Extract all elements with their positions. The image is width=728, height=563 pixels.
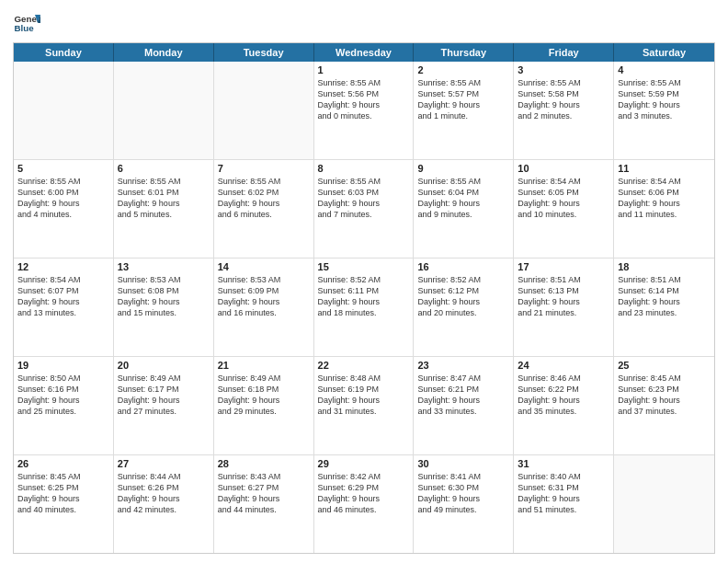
day-number: 2 — [417, 64, 509, 75]
calendar-cell: 15Sunrise: 8:52 AM Sunset: 6:11 PM Dayli… — [314, 259, 415, 356]
day-info: Sunrise: 8:51 AM Sunset: 6:13 PM Dayligh… — [518, 274, 609, 319]
day-number: 18 — [618, 261, 711, 272]
logo: General Blue — [13, 9, 44, 37]
calendar-row: 5Sunrise: 8:55 AM Sunset: 6:00 PM Daylig… — [14, 159, 714, 258]
day-info: Sunrise: 8:42 AM Sunset: 6:29 PM Dayligh… — [318, 471, 410, 516]
day-info: Sunrise: 8:54 AM Sunset: 6:07 PM Dayligh… — [17, 274, 109, 319]
day-info: Sunrise: 8:47 AM Sunset: 6:21 PM Dayligh… — [417, 373, 509, 418]
day-info: Sunrise: 8:45 AM Sunset: 6:25 PM Dayligh… — [17, 471, 109, 516]
day-number: 1 — [318, 64, 410, 75]
day-number: 14 — [218, 261, 310, 272]
calendar-cell: 21Sunrise: 8:49 AM Sunset: 6:18 PM Dayli… — [214, 357, 314, 454]
day-number: 30 — [417, 458, 509, 469]
calendar-cell — [114, 62, 214, 159]
day-number: 9 — [417, 163, 509, 174]
day-number: 5 — [17, 163, 109, 174]
logo-icon: General Blue — [13, 9, 40, 37]
calendar-cell: 30Sunrise: 8:41 AM Sunset: 6:30 PM Dayli… — [414, 455, 514, 553]
weekday-header: Wednesday — [314, 43, 415, 62]
calendar-cell: 17Sunrise: 8:51 AM Sunset: 6:13 PM Dayli… — [514, 259, 614, 356]
calendar-cell: 12Sunrise: 8:54 AM Sunset: 6:07 PM Dayli… — [14, 259, 114, 356]
day-info: Sunrise: 8:55 AM Sunset: 5:56 PM Dayligh… — [318, 77, 410, 122]
day-info: Sunrise: 8:55 AM Sunset: 6:02 PM Dayligh… — [218, 176, 310, 221]
page: General Blue SundayMondayTuesdayWednesda… — [0, 0, 728, 563]
calendar-cell: 19Sunrise: 8:50 AM Sunset: 6:16 PM Dayli… — [14, 357, 114, 454]
day-info: Sunrise: 8:55 AM Sunset: 6:03 PM Dayligh… — [318, 176, 410, 221]
calendar-cell: 27Sunrise: 8:44 AM Sunset: 6:26 PM Dayli… — [114, 455, 214, 553]
calendar-cell — [14, 62, 114, 159]
day-number: 8 — [318, 163, 410, 174]
weekday-header: Saturday — [614, 43, 714, 62]
calendar-cell: 25Sunrise: 8:45 AM Sunset: 6:23 PM Dayli… — [614, 357, 714, 454]
day-number: 19 — [17, 360, 109, 371]
calendar-cell: 13Sunrise: 8:53 AM Sunset: 6:08 PM Dayli… — [114, 259, 214, 356]
calendar-cell: 4Sunrise: 8:55 AM Sunset: 5:59 PM Daylig… — [614, 62, 714, 159]
calendar-cell: 20Sunrise: 8:49 AM Sunset: 6:17 PM Dayli… — [114, 357, 214, 454]
day-info: Sunrise: 8:45 AM Sunset: 6:23 PM Dayligh… — [618, 373, 711, 418]
day-number: 4 — [618, 64, 711, 75]
day-number: 3 — [518, 64, 609, 75]
calendar-cell: 22Sunrise: 8:48 AM Sunset: 6:19 PM Dayli… — [314, 357, 415, 454]
day-info: Sunrise: 8:52 AM Sunset: 6:12 PM Dayligh… — [417, 274, 509, 319]
day-number: 17 — [518, 261, 609, 272]
day-number: 21 — [218, 360, 310, 371]
day-info: Sunrise: 8:44 AM Sunset: 6:26 PM Dayligh… — [118, 471, 210, 516]
weekday-header: Tuesday — [214, 43, 314, 62]
day-info: Sunrise: 8:51 AM Sunset: 6:14 PM Dayligh… — [618, 274, 711, 319]
day-number: 27 — [118, 458, 210, 469]
day-number: 16 — [417, 261, 509, 272]
weekday-header: Friday — [514, 43, 614, 62]
day-info: Sunrise: 8:55 AM Sunset: 6:04 PM Dayligh… — [417, 176, 509, 221]
calendar-cell: 6Sunrise: 8:55 AM Sunset: 6:01 PM Daylig… — [114, 160, 214, 258]
day-info: Sunrise: 8:54 AM Sunset: 6:06 PM Dayligh… — [618, 176, 711, 221]
day-number: 28 — [218, 458, 310, 469]
day-info: Sunrise: 8:49 AM Sunset: 6:18 PM Dayligh… — [218, 373, 310, 418]
day-number: 29 — [318, 458, 410, 469]
calendar-cell: 16Sunrise: 8:52 AM Sunset: 6:12 PM Dayli… — [414, 259, 514, 356]
day-number: 22 — [318, 360, 410, 371]
day-info: Sunrise: 8:55 AM Sunset: 5:59 PM Dayligh… — [618, 77, 711, 122]
calendar-cell: 11Sunrise: 8:54 AM Sunset: 6:06 PM Dayli… — [614, 160, 714, 258]
day-number: 15 — [318, 261, 410, 272]
calendar-cell: 5Sunrise: 8:55 AM Sunset: 6:00 PM Daylig… — [14, 160, 114, 258]
day-info: Sunrise: 8:43 AM Sunset: 6:27 PM Dayligh… — [218, 471, 310, 516]
day-number: 13 — [118, 261, 210, 272]
day-info: Sunrise: 8:55 AM Sunset: 6:01 PM Dayligh… — [118, 176, 210, 221]
calendar-row: 12Sunrise: 8:54 AM Sunset: 6:07 PM Dayli… — [14, 258, 714, 356]
day-number: 26 — [17, 458, 109, 469]
calendar-cell: 9Sunrise: 8:55 AM Sunset: 6:04 PM Daylig… — [414, 160, 514, 258]
weekday-header: Monday — [114, 43, 214, 62]
calendar: SundayMondayTuesdayWednesdayThursdayFrid… — [13, 42, 715, 554]
day-info: Sunrise: 8:41 AM Sunset: 6:30 PM Dayligh… — [417, 471, 509, 516]
calendar-cell: 7Sunrise: 8:55 AM Sunset: 6:02 PM Daylig… — [214, 160, 314, 258]
calendar-cell: 26Sunrise: 8:45 AM Sunset: 6:25 PM Dayli… — [14, 455, 114, 553]
day-number: 12 — [17, 261, 109, 272]
calendar-cell: 3Sunrise: 8:55 AM Sunset: 5:58 PM Daylig… — [514, 62, 614, 159]
day-number: 23 — [417, 360, 509, 371]
day-info: Sunrise: 8:48 AM Sunset: 6:19 PM Dayligh… — [318, 373, 410, 418]
calendar-cell: 31Sunrise: 8:40 AM Sunset: 6:31 PM Dayli… — [514, 455, 614, 553]
weekday-header: Thursday — [414, 43, 514, 62]
calendar-cell — [614, 455, 714, 553]
day-info: Sunrise: 8:55 AM Sunset: 5:57 PM Dayligh… — [417, 77, 509, 122]
day-info: Sunrise: 8:55 AM Sunset: 5:58 PM Dayligh… — [518, 77, 609, 122]
calendar-cell: 10Sunrise: 8:54 AM Sunset: 6:05 PM Dayli… — [514, 160, 614, 258]
calendar-cell: 2Sunrise: 8:55 AM Sunset: 5:57 PM Daylig… — [414, 62, 514, 159]
day-number: 31 — [518, 458, 609, 469]
calendar-cell: 14Sunrise: 8:53 AM Sunset: 6:09 PM Dayli… — [214, 259, 314, 356]
day-number: 25 — [618, 360, 711, 371]
day-info: Sunrise: 8:46 AM Sunset: 6:22 PM Dayligh… — [518, 373, 609, 418]
calendar-cell: 1Sunrise: 8:55 AM Sunset: 5:56 PM Daylig… — [314, 62, 415, 159]
calendar-body: 1Sunrise: 8:55 AM Sunset: 5:56 PM Daylig… — [14, 62, 714, 553]
calendar-row: 26Sunrise: 8:45 AM Sunset: 6:25 PM Dayli… — [14, 454, 714, 553]
day-info: Sunrise: 8:52 AM Sunset: 6:11 PM Dayligh… — [318, 274, 410, 319]
day-info: Sunrise: 8:53 AM Sunset: 6:09 PM Dayligh… — [218, 274, 310, 319]
calendar-cell — [214, 62, 314, 159]
day-info: Sunrise: 8:50 AM Sunset: 6:16 PM Dayligh… — [17, 373, 109, 418]
day-number: 11 — [618, 163, 711, 174]
day-info: Sunrise: 8:49 AM Sunset: 6:17 PM Dayligh… — [118, 373, 210, 418]
day-info: Sunrise: 8:54 AM Sunset: 6:05 PM Dayligh… — [518, 176, 609, 221]
day-number: 24 — [518, 360, 609, 371]
calendar-cell: 28Sunrise: 8:43 AM Sunset: 6:27 PM Dayli… — [214, 455, 314, 553]
svg-text:Blue: Blue — [15, 23, 35, 33]
